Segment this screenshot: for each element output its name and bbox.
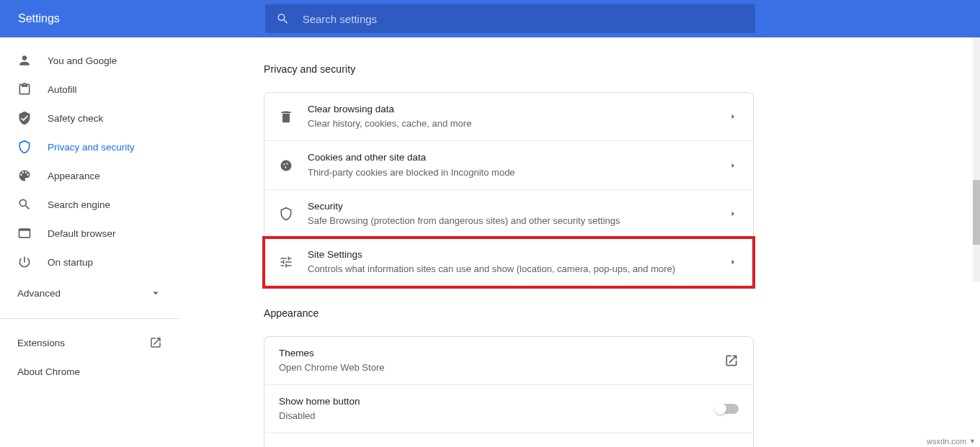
- dropdown-arrow-icon: ▼: [969, 438, 976, 445]
- svg-point-2: [287, 163, 288, 164]
- sidebar-item-label: Autofill: [48, 84, 77, 95]
- svg-point-0: [281, 160, 292, 171]
- header-bar: Settings: [0, 0, 980, 37]
- row-security[interactable]: Security Safe Browsing (protection from …: [264, 189, 753, 238]
- sidebar-item-you-and-google[interactable]: You and Google: [0, 46, 179, 75]
- row-title: Show home button: [279, 395, 716, 408]
- row-subtitle: Disabled: [279, 410, 716, 423]
- sidebar-item-label: On startup: [48, 257, 93, 268]
- cookie-icon: [279, 158, 293, 173]
- appearance-card: Themes Open Chrome Web Store Show home b…: [264, 336, 754, 447]
- shield-icon: [17, 140, 32, 154]
- sidebar: You and Google Autofill Safety check Pri…: [0, 37, 180, 447]
- shield-icon: [279, 207, 293, 221]
- palette-icon: [17, 168, 32, 183]
- sidebar-advanced-toggle[interactable]: Advanced: [0, 276, 179, 310]
- extensions-label: Extensions: [17, 338, 65, 348]
- sidebar-item-extensions[interactable]: Extensions: [0, 328, 179, 358]
- row-title: Security: [308, 200, 727, 213]
- row-subtitle: Third-party cookies are blocked in Incog…: [308, 166, 727, 179]
- chevron-right-icon: [727, 111, 739, 122]
- tune-icon: [279, 255, 293, 269]
- search-input[interactable]: [303, 13, 744, 25]
- svg-point-3: [285, 166, 286, 168]
- sidebar-divider: [0, 318, 179, 319]
- row-cookies[interactable]: Cookies and other site data Third-party …: [264, 140, 753, 189]
- chevron-right-icon: [727, 160, 739, 171]
- search-icon: [17, 197, 32, 212]
- chevron-right-icon: [727, 256, 739, 268]
- clipboard-icon: [17, 82, 32, 96]
- main-content: Privacy and security Clear browsing data…: [180, 37, 980, 447]
- sidebar-item-label: Privacy and security: [48, 142, 135, 153]
- search-icon: [276, 12, 290, 26]
- sidebar-item-about-chrome[interactable]: About Chrome: [0, 358, 179, 386]
- chevron-right-icon: [727, 208, 739, 220]
- open-in-new-icon: [724, 353, 739, 368]
- sidebar-item-label: Safety check: [48, 113, 103, 124]
- browser-window-icon: [17, 226, 32, 240]
- row-title: Themes: [279, 347, 724, 360]
- row-title: Cookies and other site data: [308, 151, 727, 164]
- sidebar-item-default-browser[interactable]: Default browser: [0, 219, 179, 248]
- row-themes[interactable]: Themes Open Chrome Web Store: [264, 337, 753, 384]
- sidebar-item-label: You and Google: [48, 55, 117, 66]
- sidebar-item-appearance[interactable]: Appearance: [0, 161, 179, 190]
- row-title: Clear browsing data: [308, 103, 727, 116]
- row-title: Site Settings: [308, 248, 727, 261]
- row-show-bookmarks-bar[interactable]: Show bookmarks bar: [264, 433, 753, 447]
- section-title-appearance: Appearance: [264, 307, 980, 319]
- row-site-settings[interactable]: Site Settings Controls what information …: [264, 238, 753, 286]
- row-subtitle: Controls what information sites can use …: [308, 263, 727, 276]
- sidebar-item-on-startup[interactable]: On startup: [0, 248, 179, 276]
- svg-point-1: [283, 163, 285, 165]
- sidebar-item-safety-check[interactable]: Safety check: [0, 104, 179, 132]
- sidebar-item-search-engine[interactable]: Search engine: [0, 190, 179, 219]
- advanced-label: Advanced: [17, 288, 61, 299]
- privacy-card: Clear browsing data Clear history, cooki…: [264, 92, 754, 287]
- sidebar-item-privacy-security[interactable]: Privacy and security: [0, 132, 179, 161]
- about-chrome-label: About Chrome: [17, 366, 80, 377]
- person-icon: [17, 53, 32, 68]
- search-container[interactable]: [265, 4, 755, 33]
- power-icon: [17, 255, 32, 269]
- row-subtitle: Clear history, cookies, cache, and more: [308, 117, 727, 130]
- section-title-privacy: Privacy and security: [264, 63, 980, 75]
- trash-icon: [279, 109, 293, 124]
- row-clear-browsing-data[interactable]: Clear browsing data Clear history, cooki…: [264, 93, 753, 140]
- chevron-down-icon: [149, 286, 162, 299]
- page-title: Settings: [18, 12, 60, 25]
- row-show-home-button[interactable]: Show home button Disabled: [264, 384, 753, 433]
- sidebar-item-label: Default browser: [48, 228, 116, 239]
- source-watermark: wsxdn.com▼: [927, 437, 976, 446]
- toggle-home-button[interactable]: [716, 404, 739, 414]
- scrollbar-track[interactable]: [973, 37, 980, 282]
- scrollbar-thumb[interactable]: [973, 180, 980, 245]
- row-subtitle: Safe Browsing (protection from dangerous…: [308, 215, 727, 227]
- sidebar-item-label: Search engine: [48, 199, 110, 210]
- row-subtitle: Open Chrome Web Store: [279, 361, 724, 374]
- open-in-new-icon: [149, 336, 162, 349]
- sidebar-item-autofill[interactable]: Autofill: [0, 75, 179, 104]
- shield-check-icon: [17, 111, 32, 125]
- sidebar-item-label: Appearance: [48, 171, 100, 181]
